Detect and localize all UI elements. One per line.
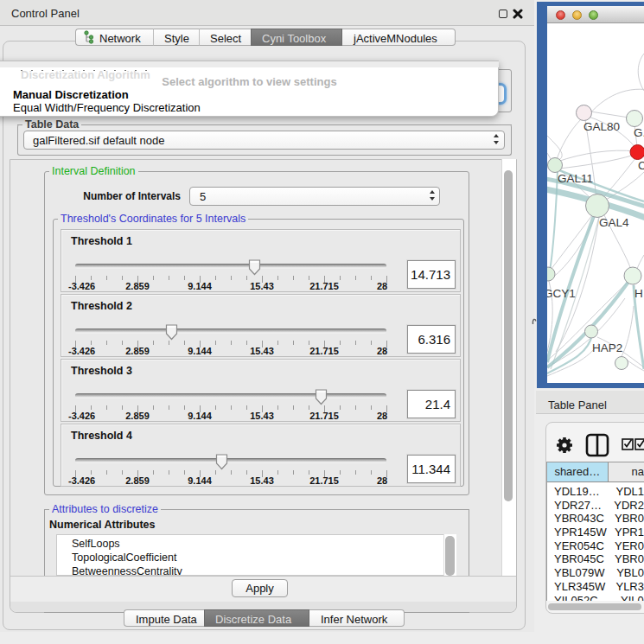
svg-text:GAL11: GAL11 [558,172,593,185]
svg-text:HAP2: HAP2 [592,341,622,354]
svg-text:G.: G. [634,126,644,139]
svg-text:C: C [638,159,644,172]
svg-text:GAL4: GAL4 [599,216,629,229]
svg-text:H: H [634,287,643,300]
svg-text:GAL80: GAL80 [583,120,620,133]
svg-text:GCY1: GCY1 [547,287,576,300]
